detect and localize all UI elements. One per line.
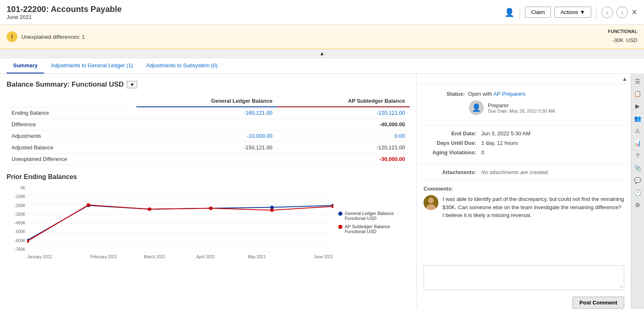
table-row: Ending Balance-160,121.00-120,121.00 bbox=[7, 107, 410, 119]
comment-row: I was able to identify part of the discr… bbox=[424, 195, 624, 219]
collapse-right-button[interactable]: ▲ bbox=[622, 75, 628, 82]
svg-point-15 bbox=[87, 203, 90, 207]
avatar: 👤 bbox=[469, 100, 484, 115]
right-panel-header: ▲ bbox=[417, 74, 631, 84]
actions-button[interactable]: Actions ▼ bbox=[554, 7, 591, 18]
x-label-jan: January 2021 bbox=[27, 255, 78, 259]
row-ap: -40,000.00 bbox=[277, 119, 410, 130]
legend-item-ap: AP Subledger Balance Functional USD bbox=[338, 224, 410, 234]
legend-dot-gl bbox=[338, 212, 342, 216]
status-link[interactable]: AP Preparers bbox=[493, 91, 525, 97]
x-label-jun: June 2021 bbox=[282, 255, 333, 259]
row-ap: -120,121.00 bbox=[277, 107, 410, 119]
settings-icon[interactable]: ⚙ bbox=[632, 199, 644, 211]
chat-icon[interactable]: 💬 bbox=[632, 175, 644, 186]
document-icon[interactable]: 📋 bbox=[632, 88, 644, 99]
warning-banner: ! Unexplained differences: 1 FUNCTIONAL … bbox=[0, 25, 644, 49]
functional-amount-section: FUNCTIONAL -30K USD bbox=[608, 29, 638, 45]
users-settings-icon[interactable]: 👥 bbox=[632, 113, 644, 124]
svg-point-17 bbox=[209, 207, 213, 210]
nav-next-button[interactable]: › bbox=[616, 7, 628, 18]
balance-table: General Ledger Balance AP Subledger Bala… bbox=[7, 95, 410, 165]
legend-label-gl: General Ledger Balance Functional USD bbox=[345, 211, 410, 221]
days-until-due-label: Days Until Due: bbox=[424, 140, 481, 146]
divider2 bbox=[596, 6, 597, 19]
warning-sidebar-icon[interactable]: ⚠ bbox=[632, 125, 644, 137]
svg-point-21 bbox=[428, 198, 434, 203]
history-icon[interactable]: 🕐 bbox=[632, 187, 644, 198]
functional-amount: -30K USD bbox=[608, 34, 638, 45]
preparer-row: 👤 Preparer Due Date: May 28, 2022 5:30 A… bbox=[424, 100, 624, 115]
y-label-1: -100K bbox=[7, 194, 26, 199]
post-comment-row: Post Comment bbox=[417, 295, 631, 309]
row-label: Adjustments bbox=[7, 130, 136, 142]
row-gl: -10,000.00 bbox=[136, 130, 277, 142]
sidebar-icons: ☰ 📋 ▶ 👥 ⚠ 📊 ? 📎 💬 🕐 ⚙ bbox=[631, 74, 644, 309]
table-row: Unexplained Difference-30,000.00 bbox=[7, 153, 410, 165]
status-text: Open with AP Preparers bbox=[468, 91, 525, 97]
end-date-row: End Date: Jun 3, 2022 5:30 AM bbox=[424, 130, 624, 137]
chart-section: Prior Ending Balances 0K -100K -200K -30… bbox=[7, 173, 410, 259]
period-subtitle: June 2021 bbox=[7, 14, 122, 20]
x-label-feb: February 2021 bbox=[78, 255, 129, 259]
svg-point-18 bbox=[270, 208, 274, 212]
header-title: 101-22200: Accounts Payable June 2021 bbox=[7, 5, 122, 20]
balance-summary-dropdown[interactable]: ▼ bbox=[127, 81, 137, 88]
post-comment-button[interactable]: Post Comment bbox=[572, 297, 624, 309]
x-label-mar: March 2021 bbox=[129, 255, 180, 259]
attachment-icon[interactable]: 📎 bbox=[632, 162, 644, 174]
svg-point-12 bbox=[270, 206, 274, 209]
comment-input-area: ⤡ bbox=[424, 265, 624, 290]
y-label-4: -400K bbox=[7, 221, 26, 225]
preparer-info: Preparer Due Date: May 28, 2022 5:30 AM bbox=[488, 102, 555, 113]
aging-violations-label: Aging Violations: bbox=[424, 149, 481, 156]
svg-point-16 bbox=[148, 208, 151, 211]
data-icon[interactable]: 📊 bbox=[632, 137, 644, 149]
collapse-bar[interactable]: ▲ bbox=[0, 49, 644, 58]
header: 101-22200: Accounts Payable June 2021 👤 … bbox=[0, 0, 644, 25]
status-label: Status: bbox=[424, 91, 465, 97]
legend-dot-ap bbox=[338, 225, 342, 229]
row-label: Ending Balance bbox=[7, 107, 136, 119]
header-actions: 👤 Claim Actions ▼ ‹ › ✕ bbox=[504, 6, 637, 19]
list-icon[interactable]: ☰ bbox=[632, 75, 644, 87]
preparer-due: Due Date: May 28, 2022 5:30 AM bbox=[488, 109, 555, 113]
close-button[interactable]: ✕ bbox=[631, 8, 637, 17]
chevron-down-icon: ▼ bbox=[580, 9, 585, 15]
play-icon[interactable]: ▶ bbox=[632, 100, 644, 112]
help-icon[interactable]: ? bbox=[632, 150, 644, 161]
info-grid: End Date: Jun 3, 2022 5:30 AM Days Until… bbox=[417, 125, 631, 164]
x-label-may: May 2021 bbox=[231, 255, 282, 259]
balance-summary-title: Balance Summary: Functional USD bbox=[7, 80, 124, 89]
comment-input[interactable] bbox=[424, 266, 624, 290]
days-until-due-value: 1 day, 12 hours bbox=[481, 140, 518, 146]
comments-label: Comments: bbox=[424, 186, 465, 192]
nav-prev-button[interactable]: ‹ bbox=[602, 7, 613, 18]
y-label-6: -600K bbox=[7, 238, 26, 243]
table-row: Difference-40,000.00 bbox=[7, 119, 410, 130]
balance-summary-header: Balance Summary: Functional USD ▼ bbox=[7, 80, 410, 89]
end-date-label: End Date: bbox=[424, 130, 481, 137]
y-label-7: -700K bbox=[7, 247, 26, 252]
row-ap: -30,000.00 bbox=[277, 153, 410, 165]
tab-summary[interactable]: Summary bbox=[7, 58, 44, 73]
warning-message: Unexplained differences: 1 bbox=[21, 34, 85, 40]
comment-text: I was able to identify part of the discr… bbox=[443, 195, 624, 219]
y-label-2: -200K bbox=[7, 203, 26, 208]
claim-button[interactable]: Claim bbox=[525, 7, 551, 18]
table-col-ap: AP Subledger Balance bbox=[277, 95, 410, 107]
content-area: Balance Summary: Functional USD ▼ Genera… bbox=[0, 74, 417, 266]
tab-adjustments-subsystem[interactable]: Adjustments to Subsystem (0) bbox=[140, 58, 224, 73]
tab-adjustments-gl[interactable]: Adjustments to General Ledger (1) bbox=[44, 58, 139, 73]
row-label: Adjusted Balance bbox=[7, 142, 136, 153]
legend-item-gl: General Ledger Balance Functional USD bbox=[338, 211, 410, 221]
comments-section: Comments: I was able to identify part of… bbox=[417, 181, 631, 260]
row-gl: -160,121.00 bbox=[136, 107, 277, 119]
table-row: Adjusted Balance-150,121.00-120,121.00 bbox=[7, 142, 410, 153]
attachments-row: Attachments: No attachments are created. bbox=[424, 169, 624, 175]
chart-title: Prior Ending Balances bbox=[7, 173, 410, 181]
row-label: Difference bbox=[7, 119, 136, 130]
warning-triangle-icon: ! bbox=[7, 31, 17, 42]
row-gl bbox=[136, 119, 277, 130]
status-section: Status: Open with AP Preparers 👤 Prepare… bbox=[417, 84, 631, 125]
